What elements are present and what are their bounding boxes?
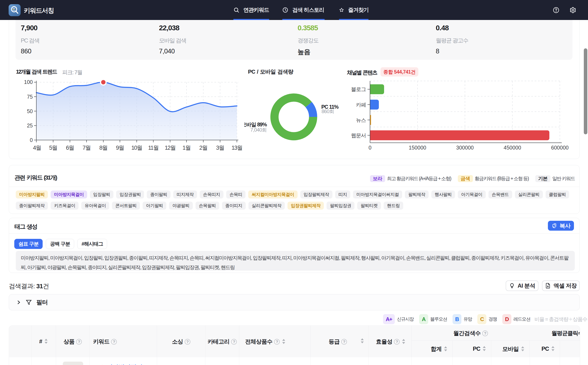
svg-text:13월: 13월 bbox=[231, 145, 242, 151]
svg-text:카페: 카페 bbox=[356, 102, 366, 108]
svg-text:9월: 9월 bbox=[116, 145, 124, 151]
svg-text:75: 75 bbox=[27, 94, 33, 100]
svg-text:블로그: 블로그 bbox=[351, 86, 366, 92]
svg-text:0: 0 bbox=[30, 137, 33, 143]
svg-text:11월: 11월 bbox=[148, 145, 158, 151]
svg-text:3월: 3월 bbox=[216, 145, 224, 151]
svg-text:10월: 10월 bbox=[131, 145, 142, 151]
svg-text:100: 100 bbox=[24, 79, 33, 85]
svg-text:300000: 300000 bbox=[456, 145, 473, 151]
svg-text:12월: 12월 bbox=[165, 145, 175, 151]
svg-text:50: 50 bbox=[27, 108, 33, 114]
svg-text:1월: 1월 bbox=[182, 145, 190, 151]
svg-text:7월: 7월 bbox=[82, 145, 90, 151]
svg-text:웹문서: 웹문서 bbox=[351, 133, 366, 138]
svg-text:600000: 600000 bbox=[551, 145, 568, 151]
svg-text:150000: 150000 bbox=[409, 145, 426, 151]
svg-text:0: 0 bbox=[369, 145, 372, 151]
svg-text:5월: 5월 bbox=[49, 145, 57, 151]
svg-text:2월: 2월 bbox=[199, 145, 207, 151]
svg-text:25: 25 bbox=[27, 123, 33, 128]
svg-text:6월: 6월 bbox=[66, 145, 74, 151]
svg-text:4월: 4월 bbox=[33, 145, 41, 151]
svg-text:450000: 450000 bbox=[504, 145, 521, 151]
svg-text:뉴스: 뉴스 bbox=[356, 117, 366, 123]
svg-text:8월: 8월 bbox=[99, 145, 107, 151]
